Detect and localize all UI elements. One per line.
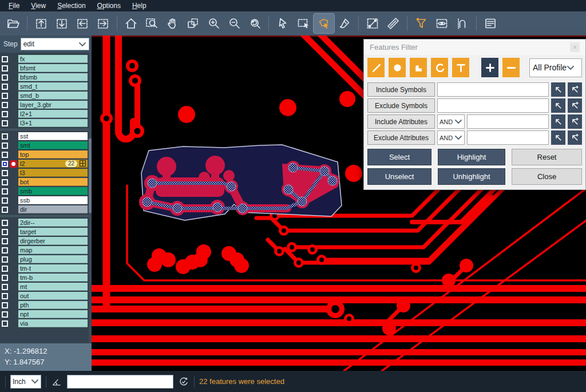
zoom-out-button[interactable]: [224, 14, 244, 33]
layer-row-smd_b[interactable]: smd_b: [0, 91, 92, 100]
layer-row-l2+1[interactable]: l2+1: [0, 109, 92, 118]
filter-type-arc-button[interactable]: [431, 58, 448, 77]
exclude-attributes-pick-add-button[interactable]: [568, 130, 582, 145]
filter-remove-button[interactable]: [502, 58, 520, 77]
exclude-attributes-input[interactable]: [467, 130, 549, 145]
layer-row-l3+1[interactable]: l3+1: [0, 118, 92, 128]
zoom-area-button[interactable]: [141, 14, 162, 33]
features-filter-button[interactable]: [411, 14, 431, 33]
include-attributes-pick-button[interactable]: [551, 114, 565, 129]
layer-checkbox[interactable]: [2, 161, 8, 167]
profile-select[interactable]: All Profile: [529, 58, 582, 77]
zoom-object-button[interactable]: [183, 14, 203, 33]
menu-view[interactable]: View: [26, 1, 51, 11]
layer-row-smb[interactable]: smb: [0, 187, 92, 196]
layer-row-top[interactable]: top: [0, 150, 92, 159]
layer-checkbox[interactable]: [2, 320, 8, 327]
filter-type-line-button[interactable]: [367, 58, 385, 77]
layer-checkbox[interactable]: [2, 120, 8, 126]
exclude-symbols-pick-add-button[interactable]: [568, 98, 582, 113]
close-button[interactable]: Close: [512, 168, 582, 185]
layer-row-tm-t[interactable]: tm-t: [0, 264, 92, 273]
layer-row-smt[interactable]: smt: [0, 141, 92, 150]
menu-file[interactable]: File: [3, 1, 25, 11]
sync-check-icon[interactable]: [178, 376, 189, 387]
layer-checkbox[interactable]: [2, 102, 8, 108]
include-attributes-input[interactable]: [467, 114, 549, 129]
layer-checkbox[interactable]: [2, 142, 8, 149]
exclude-attributes-pick-button[interactable]: [551, 130, 565, 145]
exclude-symbols-input[interactable]: [437, 98, 549, 113]
view-left-button[interactable]: [72, 14, 93, 33]
pan-hand-button[interactable]: [162, 14, 183, 33]
layers-panel-button[interactable]: [480, 14, 501, 33]
include-attributes-operator-select[interactable]: AND: [437, 114, 465, 129]
layer-checkbox[interactable]: [2, 93, 8, 99]
layer-checkbox[interactable]: [2, 275, 8, 281]
exclude-symbols-button[interactable]: Exclude Symbols: [367, 98, 435, 113]
layer-row-bfsmt[interactable]: bfsmt: [0, 64, 92, 73]
layer-checkbox[interactable]: [2, 111, 8, 117]
layer-row-via[interactable]: via: [0, 319, 92, 328]
grid-icon[interactable]: [80, 160, 86, 167]
layer-checkbox[interactable]: [2, 220, 8, 226]
layer-row-out[interactable]: out: [0, 291, 92, 300]
layer-checkbox[interactable]: [2, 207, 8, 213]
layer-row-npt[interactable]: npt: [0, 310, 92, 319]
exclude-attributes-button[interactable]: Exclude Attributes: [367, 130, 435, 145]
include-symbols-button[interactable]: Include Symbols: [367, 82, 435, 97]
layer-checkbox[interactable]: [2, 302, 8, 308]
units-select[interactable]: Inch: [10, 375, 41, 389]
menu-help[interactable]: Help: [127, 1, 152, 11]
menu-selection[interactable]: Selection: [52, 1, 90, 11]
unselect-button[interactable]: Unselect: [367, 168, 431, 185]
layer-checkbox[interactable]: [2, 284, 8, 290]
layer-row-smd_t[interactable]: smd_t: [0, 82, 92, 91]
include-symbols-pick-add-button[interactable]: [568, 82, 582, 97]
menu-options[interactable]: Options: [92, 1, 126, 11]
zoom-previous-button[interactable]: [244, 14, 265, 33]
layer-row-sst[interactable]: sst: [0, 132, 92, 141]
open-button[interactable]: [3, 14, 23, 33]
polygon-select-button[interactable]: [314, 14, 334, 33]
layer-checkbox[interactable]: [2, 74, 8, 81]
layer-row-2dir--[interactable]: 2dir--: [0, 218, 92, 227]
layer-checkbox[interactable]: [2, 293, 8, 299]
zoom-in-button[interactable]: [203, 14, 224, 33]
layer-checkbox[interactable]: [2, 56, 8, 62]
view-down-button[interactable]: [52, 14, 72, 33]
layer-row-map[interactable]: map: [0, 246, 92, 255]
layer-row-target[interactable]: target: [0, 227, 92, 236]
ruler-button[interactable]: [383, 14, 403, 33]
dialog-titlebar[interactable]: Features Filter ×: [364, 39, 585, 55]
layer-row-plug[interactable]: plug: [0, 255, 92, 264]
filter-type-pad-button[interactable]: [389, 58, 406, 77]
layer-row-mt[interactable]: mt: [0, 282, 92, 291]
measure-points-button[interactable]: [362, 14, 383, 33]
home-view-button[interactable]: [121, 14, 141, 33]
layer-row-dirgerber[interactable]: dirgerber: [0, 236, 92, 246]
layer-checkbox[interactable]: [2, 229, 8, 235]
filter-add-button[interactable]: [481, 58, 498, 77]
include-attributes-button[interactable]: Include Attributes: [367, 114, 435, 129]
exclude-symbols-pick-button[interactable]: [551, 98, 565, 113]
layer-row-tm-b[interactable]: tm-b: [0, 273, 92, 282]
layer-checkbox[interactable]: [2, 188, 8, 195]
select-cursor-button[interactable]: [272, 14, 293, 33]
layer-checkbox[interactable]: [2, 65, 8, 72]
layer-checkbox[interactable]: [2, 179, 8, 185]
layer-row-l3[interactable]: l3: [0, 168, 92, 177]
include-symbols-pick-button[interactable]: [551, 82, 565, 97]
layer-row-layer_3.gbr[interactable]: layer_3.gbr: [0, 100, 92, 109]
layer-row-dir[interactable]: dir: [0, 205, 92, 214]
highlight-button[interactable]: Highlight: [438, 149, 505, 165]
snap-mode-button[interactable]: [452, 14, 473, 33]
layer-checkbox[interactable]: [2, 266, 8, 272]
layer-checkbox[interactable]: [2, 197, 8, 204]
layer-checkbox[interactable]: [2, 247, 8, 254]
layer-checkbox[interactable]: [2, 170, 8, 176]
layer-checkbox[interactable]: [2, 84, 8, 90]
layer-row-fx[interactable]: fx: [0, 54, 92, 64]
layer-row-bfsmb[interactable]: bfsmb: [0, 73, 92, 82]
angle-measure-icon[interactable]: [51, 376, 62, 387]
